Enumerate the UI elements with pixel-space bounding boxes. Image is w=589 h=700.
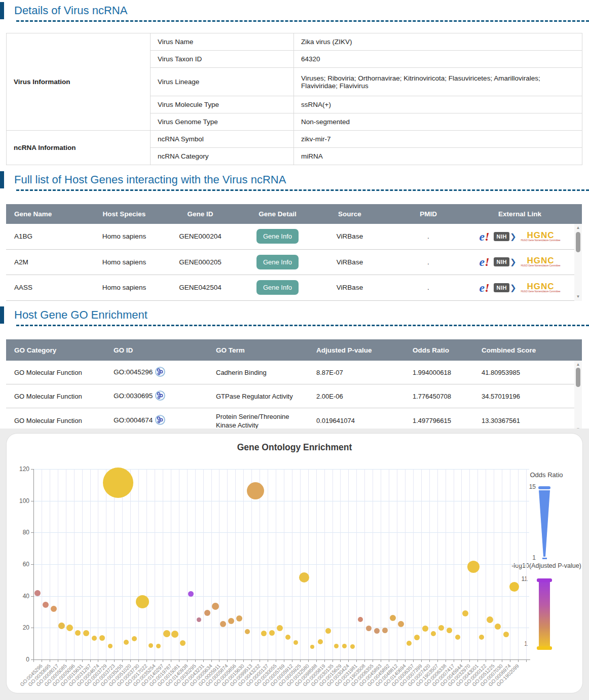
data-point-bubble[interactable] xyxy=(462,610,468,616)
data-point-bubble[interactable] xyxy=(509,582,519,592)
data-point-bubble[interactable] xyxy=(277,625,283,631)
data-point-bubble[interactable] xyxy=(43,602,49,608)
data-point-bubble[interactable] xyxy=(467,561,480,573)
info-field-value: miRNA xyxy=(294,148,582,165)
data-point-bubble[interactable] xyxy=(334,644,339,648)
data-point-bubble[interactable] xyxy=(431,631,436,636)
column-header: Adjusted P-value xyxy=(316,346,413,354)
nih-icon: NIH xyxy=(494,257,509,266)
data-point-bubble[interactable] xyxy=(422,626,428,632)
data-point-bubble[interactable] xyxy=(204,610,210,616)
data-point-bubble[interactable] xyxy=(382,628,388,633)
go-term-cell: Cadherin Binding xyxy=(216,368,316,377)
data-point-bubble[interactable] xyxy=(228,618,234,624)
data-point-bubble[interactable] xyxy=(318,639,323,644)
hgnc-subtext: HUGO Gene Nomenclature Committee xyxy=(521,239,561,242)
nih-icon: NIH xyxy=(494,283,509,292)
info-field-label: Virus Name xyxy=(151,33,294,51)
data-point-bubble[interactable] xyxy=(398,621,404,627)
data-point-bubble[interactable] xyxy=(358,617,363,622)
data-point-bubble[interactable] xyxy=(75,630,81,636)
data-point-bubble[interactable] xyxy=(366,626,372,631)
data-point-bubble[interactable] xyxy=(350,644,355,649)
go-category-cell: GO Molecular Function xyxy=(6,393,114,400)
data-point-bubble[interactable] xyxy=(455,635,460,640)
data-point-bubble[interactable] xyxy=(103,468,133,498)
gene-detail-cell: Gene Info xyxy=(238,280,317,295)
go-enrichment-title: Host Gene GO Enrichment xyxy=(14,307,589,323)
data-point-bubble[interactable] xyxy=(285,635,290,640)
scrollbar-thumb[interactable] xyxy=(576,368,580,387)
scroll-up-arrow[interactable]: ▲ xyxy=(574,362,582,368)
combined-score-cell: 41.80953985 xyxy=(482,369,574,376)
hgnc-link-icon[interactable]: HGNCHUGO Gene Nomenclature Committee xyxy=(521,231,561,242)
data-point-bubble[interactable] xyxy=(124,640,129,645)
data-point-bubble[interactable] xyxy=(180,640,186,646)
data-point-bubble[interactable] xyxy=(407,641,412,646)
scroll-up-arrow[interactable]: ▲ xyxy=(574,225,582,231)
data-point-bubble[interactable] xyxy=(503,632,509,637)
data-point-bubble[interactable] xyxy=(34,590,41,596)
data-point-bubble[interactable] xyxy=(132,636,137,641)
section-accent-bar xyxy=(0,171,4,188)
nih-chevron-icon: ❯ xyxy=(510,232,517,241)
data-point-bubble[interactable] xyxy=(92,636,97,641)
data-point-bubble[interactable] xyxy=(197,617,201,622)
gene-info-button[interactable]: Gene Info xyxy=(256,229,299,244)
data-point-bubble[interactable] xyxy=(245,629,250,634)
data-point-bubble[interactable] xyxy=(487,616,493,623)
ncbi-link-icon[interactable]: NIH❯ xyxy=(494,232,516,241)
data-point-bubble[interactable] xyxy=(342,644,347,648)
data-point-bubble[interactable] xyxy=(136,595,149,608)
data-point-bubble[interactable] xyxy=(212,603,219,610)
data-point-bubble[interactable] xyxy=(188,591,194,597)
data-point-bubble[interactable] xyxy=(51,606,57,612)
data-point-bubble[interactable] xyxy=(374,628,380,634)
data-point-bubble[interactable] xyxy=(220,621,226,627)
column-header: PMID xyxy=(383,210,474,218)
data-point-bubble[interactable] xyxy=(149,643,153,648)
go-term-icon[interactable] xyxy=(155,415,165,426)
host-gene-table: Gene NameHost SpeciesGene IDGene DetailS… xyxy=(6,204,582,301)
section-go-enrichment: Host Gene GO Enrichment xyxy=(0,304,589,323)
data-point-bubble[interactable] xyxy=(171,631,178,638)
data-point-bubble[interactable] xyxy=(236,615,242,621)
data-point-bubble[interactable] xyxy=(479,635,484,640)
data-point-bubble[interactable] xyxy=(299,572,309,582)
hgnc-link-icon[interactable]: HGNCHUGO Gene Nomenclature Committee xyxy=(521,283,561,293)
data-point-bubble[interactable] xyxy=(414,635,420,640)
ensembl-link-icon[interactable]: e! xyxy=(479,282,489,294)
section-accent-bar xyxy=(0,2,4,19)
ensembl-link-icon[interactable]: e! xyxy=(479,230,489,243)
data-point-bubble[interactable] xyxy=(310,645,314,649)
data-point-bubble[interactable] xyxy=(261,631,267,636)
gene-info-button[interactable]: Gene Info xyxy=(256,280,299,295)
ncbi-link-icon[interactable]: NIH❯ xyxy=(494,283,516,292)
y-axis-label: 100 xyxy=(12,497,29,504)
data-point-bubble[interactable] xyxy=(163,630,170,637)
data-point-bubble[interactable] xyxy=(390,615,396,621)
data-point-bubble[interactable] xyxy=(438,625,444,631)
go-term-icon[interactable] xyxy=(155,391,165,402)
data-point-bubble[interactable] xyxy=(293,640,298,645)
odds-ratio-cell: 1.497796615 xyxy=(413,417,482,424)
data-point-bubble[interactable] xyxy=(83,630,89,636)
data-point-bubble[interactable] xyxy=(108,644,113,648)
data-point-bubble[interactable] xyxy=(495,624,501,630)
host-species-cell: Homo sapiens xyxy=(86,232,162,240)
ncbi-link-icon[interactable]: NIH❯ xyxy=(494,257,516,266)
data-point-bubble[interactable] xyxy=(247,482,264,499)
scrollbar-thumb[interactable] xyxy=(576,232,580,252)
data-point-bubble[interactable] xyxy=(66,625,73,631)
gene-info-button[interactable]: Gene Info xyxy=(256,255,299,269)
data-point-bubble[interactable] xyxy=(99,635,105,641)
data-point-bubble[interactable] xyxy=(325,628,331,634)
data-point-bubble[interactable] xyxy=(156,644,161,648)
data-point-bubble[interactable] xyxy=(447,628,452,633)
go-term-icon[interactable] xyxy=(155,367,165,378)
scroll-down-arrow[interactable]: ▼ xyxy=(574,294,582,300)
data-point-bubble[interactable] xyxy=(269,630,275,636)
go-category-cell: GO Molecular Function xyxy=(6,369,114,376)
hgnc-link-icon[interactable]: HGNCHUGO Gene Nomenclature Committee xyxy=(521,257,561,267)
ensembl-link-icon[interactable]: e! xyxy=(479,256,489,268)
